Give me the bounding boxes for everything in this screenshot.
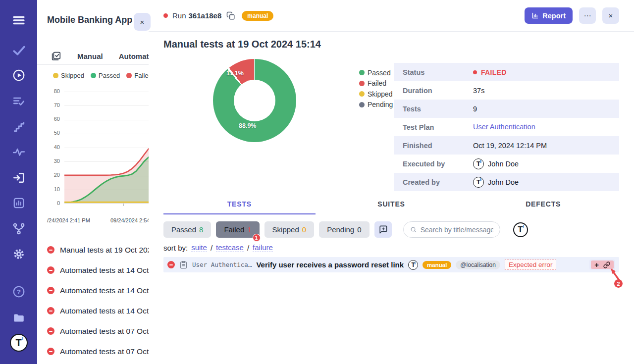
legend-skipped[interactable]: Skipped [359, 89, 393, 100]
test-type-badge: manual [423, 261, 451, 269]
summary-row-status: Status FAILED [394, 63, 619, 81]
summary-row-testplan: Test Plan User Authentication [394, 118, 619, 136]
ytick: 60 [37, 116, 60, 122]
run-id: 361a18e8 [189, 11, 222, 20]
comment-add-button[interactable] [374, 221, 392, 238]
failed-dot [126, 73, 132, 78]
add-icon[interactable]: + [594, 261, 599, 268]
ytick: 70 [37, 102, 60, 108]
summary-row-executed-by: Executed by TJohn Doe [394, 155, 619, 173]
project-title: Mobile Banking App [47, 15, 132, 25]
filter-pending[interactable]: Pending0 [319, 221, 369, 238]
ytick: 30 [37, 158, 60, 164]
run-list-item[interactable]: Automated tests at 14 Oct 2024 [37, 280, 149, 301]
more-button[interactable]: ⋯ [579, 7, 596, 24]
history-chart-legend: Skipped Passed Failed [53, 72, 149, 79]
sort-prefix: sort by: [163, 244, 188, 252]
help-icon[interactable]: ? [12, 285, 26, 299]
reports-chart-icon[interactable] [12, 196, 26, 210]
run-detail-panel: Run 361a18e8 manual Report ⋯ × Manual te… [149, 0, 634, 364]
tests-check-icon[interactable] [12, 43, 26, 57]
sort-row: sort by: suite / testcase / failure [163, 243, 273, 252]
profile-avatar[interactable]: T [513, 222, 528, 237]
failed-filter-badge: 1 [253, 234, 261, 242]
close-run-button[interactable]: × [602, 7, 619, 24]
failed-status-icon [47, 348, 54, 355]
xtick-label-2: 09/24/2024 2:54 PM [110, 217, 149, 223]
failed-status-icon [167, 261, 175, 268]
run-status-dot [163, 13, 168, 18]
run-header: Run 361a18e8 manual Report ⋯ × [149, 0, 634, 32]
filter-skipped[interactable]: Skipped0 [264, 221, 315, 238]
run-list-item[interactable]: Automated tests at 07 Oct 2024 [37, 321, 149, 341]
legend-skipped[interactable]: Skipped [53, 72, 84, 79]
ytick: 80 [37, 88, 60, 94]
suite-name[interactable]: User Authentica… [192, 261, 252, 268]
run-summary-table: Status FAILED Duration 37s Tests 9 Test … [394, 63, 619, 191]
annotation-step-badge: 2 [614, 279, 623, 288]
filter-failed[interactable]: Failed11 [216, 221, 259, 238]
run-list-item[interactable]: Automated tests at 14 Oct 2024 [37, 301, 149, 321]
x-tick [123, 204, 124, 206]
drawer-close-button[interactable]: × [134, 13, 151, 31]
runs-history-chart [64, 92, 149, 204]
sort-by-suite[interactable]: suite [191, 243, 207, 252]
run-list-item[interactable]: Automated tests at 14 Oct 2024 [37, 260, 149, 280]
failed-status-icon [47, 327, 54, 335]
legend-failed[interactable]: Failed [359, 78, 393, 89]
project-tabs: Manual Automated [37, 48, 149, 65]
test-plan-link[interactable]: User Authentication [473, 123, 535, 131]
skipped-dot [53, 73, 58, 78]
projects-folder-icon[interactable] [12, 311, 26, 325]
test-result-row[interactable]: User Authentica… Verify user receives a … [163, 257, 619, 272]
ytick: 50 [37, 130, 60, 136]
legend-failed[interactable]: Failed [126, 72, 149, 79]
runs-play-icon[interactable] [12, 68, 26, 82]
test-title[interactable]: Verify user receives a password reset li… [256, 260, 404, 269]
settings-gear-icon[interactable] [12, 247, 26, 261]
branches-icon[interactable] [12, 222, 26, 236]
tab-manual[interactable]: Manual [77, 52, 103, 60]
summary-row-created-by: Created by TJohn Doe [394, 173, 619, 191]
tab-tests[interactable]: TESTS [163, 200, 316, 214]
report-button[interactable]: Report [525, 7, 573, 24]
legend-pending[interactable]: Pending [359, 100, 393, 110]
tab-automated[interactable]: Automated [119, 52, 149, 60]
assignee-avatar: T [408, 260, 418, 270]
testplans-list-icon[interactable] [12, 94, 26, 108]
passed-dot [91, 73, 96, 78]
logo-avatar[interactable]: T [10, 334, 28, 352]
user-avatar: T [473, 158, 484, 169]
milestones-steps-icon[interactable] [12, 120, 26, 134]
user-avatar: T [473, 177, 484, 188]
legend-passed[interactable]: Passed [359, 67, 393, 78]
run-list-item[interactable]: Manual tests at 19 Oct 2024 [37, 240, 149, 260]
menu-icon[interactable] [12, 13, 26, 27]
ytick: 20 [37, 172, 60, 178]
failed-pct-label: 11.1% [226, 70, 244, 77]
legend-passed[interactable]: Passed [91, 72, 120, 79]
tab-suites[interactable]: SUITES [316, 200, 468, 214]
checklist-icon [51, 51, 61, 61]
result-tabs: TESTS SUITES DEFECTS [163, 200, 619, 214]
import-login-icon[interactable] [12, 171, 26, 185]
help-glyph: ? [16, 288, 20, 296]
search-icon [410, 226, 417, 233]
run-list: Manual tests at 19 Oct 2024 Automated te… [37, 240, 149, 362]
tab-defects[interactable]: DEFECTS [467, 200, 619, 214]
search-box [403, 221, 500, 238]
failed-status-icon [47, 307, 54, 314]
search-input[interactable] [421, 226, 493, 234]
sort-by-testcase[interactable]: testcase [216, 243, 244, 252]
project-panel: Mobile Banking App Manual Automated Skip… [37, 0, 149, 364]
ytick: 10 [37, 186, 60, 192]
sort-by-failure[interactable]: failure [253, 243, 273, 252]
filter-passed[interactable]: Passed8 [163, 221, 211, 238]
xtick-label-1: /24/2024 2:41 PM [47, 217, 90, 223]
filter-row: Passed8 Failed11 Skipped0 Pending0 T [163, 221, 528, 238]
summary-row-finished: Finished Oct 19, 2024 12:14 PM [394, 136, 619, 155]
status-badge: FAILED [481, 68, 507, 76]
copy-icon[interactable] [226, 11, 236, 21]
analytics-pulse-icon[interactable] [12, 145, 26, 159]
run-list-item[interactable]: Automated tests at 07 Oct 2024 [37, 341, 149, 362]
